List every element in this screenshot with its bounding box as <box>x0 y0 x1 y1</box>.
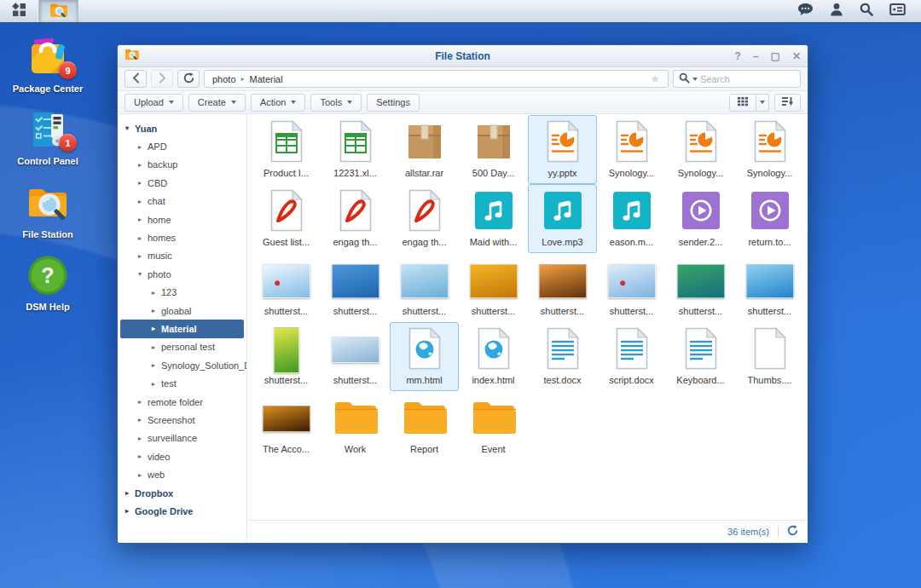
file-item[interactable]: Thumbs.... <box>735 322 804 391</box>
expander-icon[interactable]: ▸ <box>138 252 148 260</box>
sidebar-item-material[interactable]: ▸ Material <box>120 320 244 337</box>
file-item[interactable]: Event <box>459 391 528 460</box>
expander-icon[interactable]: ▸ <box>125 489 135 497</box>
refresh-button[interactable] <box>177 70 200 88</box>
file-item[interactable]: eason.m... <box>597 184 666 253</box>
file-item[interactable]: Synology... <box>666 115 735 184</box>
file-item[interactable]: shutterst... <box>666 253 735 322</box>
minimize-button[interactable]: – <box>753 51 759 61</box>
expander-icon[interactable]: ▸ <box>138 143 148 151</box>
file-item[interactable]: Work <box>321 391 390 460</box>
sidebar-item-personal-test[interactable]: ▸ personal test <box>118 338 246 356</box>
main-menu-button[interactable] <box>0 0 39 22</box>
sidebar-item-backup[interactable]: ▸ backup <box>118 156 246 174</box>
sidebar-item-chat[interactable]: ▸ chat <box>118 193 246 210</box>
file-station-task-button[interactable] <box>39 0 78 22</box>
sidebar-item-123[interactable]: ▸ 123 <box>118 284 246 302</box>
breadcrumb-material[interactable]: Material <box>250 74 283 84</box>
back-button[interactable] <box>125 70 147 88</box>
sidebar-item-web[interactable]: ▸ web <box>118 465 246 483</box>
search-input[interactable] <box>700 74 795 84</box>
search-caret-icon[interactable] <box>692 78 698 81</box>
expander-icon[interactable]: ▸ <box>138 453 148 460</box>
expander-icon[interactable]: ▸ <box>138 216 148 223</box>
sidebar-item-dropbox[interactable]: ▸ Dropbox <box>118 484 246 502</box>
sort-button[interactable] <box>774 94 801 112</box>
file-item[interactable]: index.html <box>459 322 528 391</box>
expander-icon[interactable]: ▸ <box>125 507 135 515</box>
file-item[interactable]: shutterst... <box>528 253 597 322</box>
sidebar-item-cbd[interactable]: ▸ CBD <box>118 174 246 192</box>
file-item[interactable]: shutterst... <box>735 253 804 322</box>
expander-icon[interactable]: ▸ <box>138 416 148 424</box>
expander-icon[interactable]: ▸ <box>152 307 161 314</box>
file-item[interactable]: shutterst... <box>597 253 666 322</box>
expander-icon[interactable]: ▸ <box>152 289 161 297</box>
expander-icon[interactable]: ▸ <box>138 179 148 187</box>
sidebar-item-photo[interactable]: ▾ photo <box>118 265 246 283</box>
view-mode-caret-button[interactable] <box>756 94 769 112</box>
sidebar-item-apd[interactable]: ▸ APD <box>118 137 246 155</box>
sidebar-item-google-drive[interactable]: ▸ Google Drive <box>118 502 246 520</box>
file-item[interactable]: shutterst... <box>321 253 390 322</box>
status-refresh-button[interactable] <box>787 524 798 539</box>
sidebar-item-synology-solution-d[interactable]: ▸ Synology_Solution_D <box>118 356 246 374</box>
desktop-icon-package-center[interactable]: 9 Package Center <box>11 36 84 95</box>
sidebar-item-gloabal[interactable]: ▸ gloabal <box>118 302 246 320</box>
file-item[interactable]: Keyboard... <box>666 322 735 391</box>
file-item[interactable]: shutterst... <box>459 253 528 322</box>
maximize-button[interactable]: ▢ <box>771 51 780 61</box>
settings-button[interactable]: Settings <box>367 94 420 112</box>
action-button[interactable]: Action <box>251 94 306 112</box>
favorite-star-icon[interactable]: ★ <box>650 72 660 85</box>
sidebar-item-screenshot[interactable]: ▸ Screenshot <box>118 411 246 429</box>
file-item[interactable]: allstar.rar <box>390 115 459 184</box>
help-button[interactable]: ? <box>735 51 741 61</box>
expander-icon[interactable]: ▸ <box>138 398 148 406</box>
expander-icon[interactable]: ▸ <box>152 325 161 332</box>
file-item[interactable]: engag th... <box>390 184 459 253</box>
notifications-button[interactable] <box>797 3 814 20</box>
sidebar-item-home[interactable]: ▸ home <box>118 210 246 228</box>
expander-icon[interactable]: ▸ <box>152 361 161 369</box>
sidebar-item-video[interactable]: ▸ video <box>118 447 246 465</box>
view-mode-button[interactable] <box>729 94 756 112</box>
file-item[interactable]: 500 Day... <box>459 115 528 184</box>
expander-icon[interactable]: ▾ <box>138 270 148 278</box>
expander-icon[interactable]: ▸ <box>152 380 161 388</box>
sidebar-item-yuan[interactable]: ▾ Yuan <box>118 119 246 137</box>
desktop-icon-control-panel[interactable]: 1 Control Panel <box>11 108 84 167</box>
breadcrumb-photo[interactable]: photo <box>212 74 236 84</box>
window-titlebar[interactable]: File Station ?–▢✕ <box>118 45 808 67</box>
file-item[interactable]: return.to... <box>735 184 804 253</box>
file-item[interactable]: Love.mp3 <box>528 184 597 253</box>
search-box[interactable] <box>673 70 801 88</box>
tools-button[interactable]: Tools <box>310 94 362 112</box>
file-item[interactable]: The Acco... <box>252 391 321 460</box>
desktop-icon-file-station[interactable]: File Station <box>11 182 84 240</box>
file-item[interactable]: shutterst... <box>252 253 321 322</box>
sidebar-item-homes[interactable]: ▸ homes <box>118 228 246 246</box>
file-item[interactable]: Synology... <box>597 115 666 184</box>
expander-icon[interactable]: ▸ <box>152 343 161 351</box>
file-item[interactable]: Guest list... <box>252 184 321 253</box>
file-item[interactable]: mm.html <box>390 322 459 391</box>
desktop-icon-dsm-help[interactable]: ? DSM Help <box>11 254 84 313</box>
forward-button[interactable] <box>151 70 173 88</box>
breadcrumb[interactable]: photo ▸ Material ★ <box>204 70 669 88</box>
sidebar-item-surveillance[interactable]: ▸ surveillance <box>118 429 246 447</box>
expander-icon[interactable]: ▸ <box>138 234 148 242</box>
sidebar-item-music[interactable]: ▸ music <box>118 247 246 265</box>
file-item[interactable]: shutterst... <box>321 322 390 391</box>
file-item[interactable]: 12231.xl... <box>321 115 390 184</box>
expander-icon[interactable]: ▸ <box>138 471 148 479</box>
sidebar-item-test[interactable]: ▸ test <box>118 374 246 392</box>
global-search-button[interactable] <box>860 3 873 20</box>
file-item[interactable]: Product I... <box>252 115 321 184</box>
file-item[interactable]: shutterst... <box>252 322 321 391</box>
file-item[interactable]: Report <box>390 391 459 460</box>
user-options-button[interactable] <box>830 3 843 20</box>
create-button[interactable]: Create <box>188 94 246 112</box>
expander-icon[interactable]: ▸ <box>138 198 148 205</box>
file-item[interactable]: sender.2... <box>666 184 735 253</box>
